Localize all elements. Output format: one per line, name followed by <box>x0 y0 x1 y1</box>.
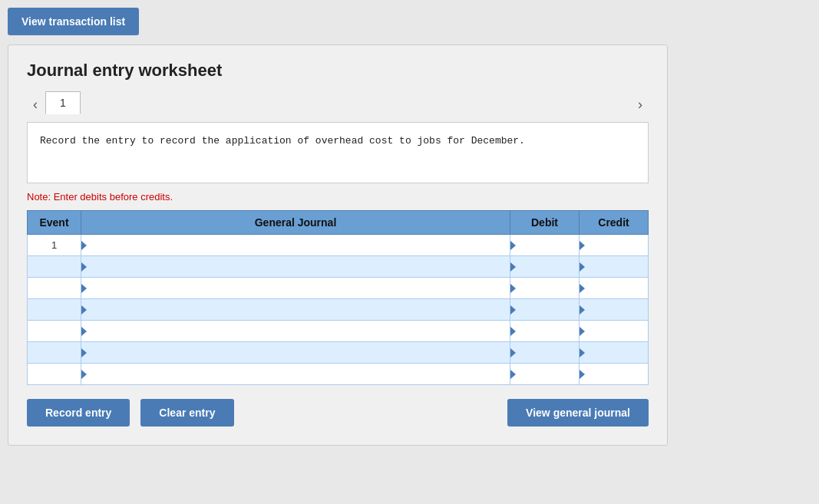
journal-input[interactable] <box>84 321 507 341</box>
event-cell: 1 <box>28 235 81 256</box>
journal-cell <box>81 235 510 256</box>
debit-cell <box>510 256 580 278</box>
table-row <box>28 321 649 342</box>
journal-table: Event General Journal Debit Credit 1 <box>27 210 649 385</box>
debit-input[interactable] <box>514 343 576 363</box>
credit-cell <box>580 342 649 364</box>
top-bar: View transaction list <box>8 8 811 35</box>
record-entry-button[interactable]: Record entry <box>27 399 130 427</box>
note-text: Note: Enter debits before credits. <box>27 191 649 203</box>
journal-cell <box>81 364 510 385</box>
event-cell <box>28 278 81 299</box>
credit-input[interactable] <box>583 364 645 384</box>
clear-entry-button[interactable]: Clear entry <box>140 399 233 427</box>
view-transaction-button[interactable]: View transaction list <box>8 8 139 35</box>
table-row <box>28 278 649 299</box>
view-general-journal-button[interactable]: View general journal <box>507 399 649 427</box>
event-cell <box>28 256 81 278</box>
credit-input[interactable] <box>583 300 645 320</box>
debit-cell <box>510 364 580 385</box>
journal-cell <box>81 278 510 299</box>
journal-input[interactable] <box>84 343 507 363</box>
credit-cell <box>580 278 649 299</box>
debit-cell <box>510 321 580 342</box>
credit-input[interactable] <box>583 321 645 341</box>
journal-cell <box>81 321 510 342</box>
debit-input[interactable] <box>514 278 576 298</box>
col-debit: Debit <box>510 211 580 235</box>
prev-tab-button[interactable]: ‹ <box>27 94 44 114</box>
instruction-box: Record the entry to record the applicati… <box>27 122 649 183</box>
event-cell <box>28 342 81 364</box>
credit-input[interactable] <box>583 236 645 255</box>
credit-cell <box>580 364 649 385</box>
credit-input[interactable] <box>583 278 645 298</box>
worksheet-title: Journal entry worksheet <box>27 61 649 81</box>
table-row <box>28 342 649 364</box>
table-row <box>28 299 649 321</box>
journal-cell <box>81 342 510 364</box>
debit-input[interactable] <box>514 300 576 320</box>
worksheet-container: Journal entry worksheet ‹ 1 › Record the… <box>8 44 668 446</box>
debit-cell <box>510 235 580 256</box>
event-cell <box>28 321 81 342</box>
debit-cell <box>510 299 580 321</box>
tab-navigation: ‹ 1 › <box>27 91 649 114</box>
journal-input[interactable] <box>84 236 507 255</box>
credit-cell <box>580 235 649 256</box>
event-cell <box>28 364 81 385</box>
bottom-buttons: Record entry Clear entry View general jo… <box>27 399 649 427</box>
debit-input[interactable] <box>514 321 576 341</box>
col-credit: Credit <box>580 211 649 235</box>
event-cell <box>28 299 81 321</box>
debit-input[interactable] <box>514 364 576 384</box>
credit-cell <box>580 256 649 278</box>
credit-input[interactable] <box>583 257 645 277</box>
journal-input[interactable] <box>84 300 507 320</box>
table-row <box>28 364 649 385</box>
tab-1[interactable]: 1 <box>45 91 81 114</box>
debit-input[interactable] <box>514 257 576 277</box>
credit-cell <box>580 321 649 342</box>
table-row: 1 <box>28 235 649 256</box>
journal-input[interactable] <box>84 364 507 384</box>
col-general-journal: General Journal <box>81 211 510 235</box>
table-row <box>28 256 649 278</box>
journal-input[interactable] <box>84 278 507 298</box>
journal-cell <box>81 256 510 278</box>
debit-cell <box>510 278 580 299</box>
col-event: Event <box>28 211 81 235</box>
debit-cell <box>510 342 580 364</box>
debit-input[interactable] <box>514 236 576 255</box>
journal-cell <box>81 299 510 321</box>
credit-cell <box>580 299 649 321</box>
journal-input[interactable] <box>84 257 507 277</box>
credit-input[interactable] <box>583 343 645 363</box>
next-tab-button[interactable]: › <box>632 94 649 114</box>
